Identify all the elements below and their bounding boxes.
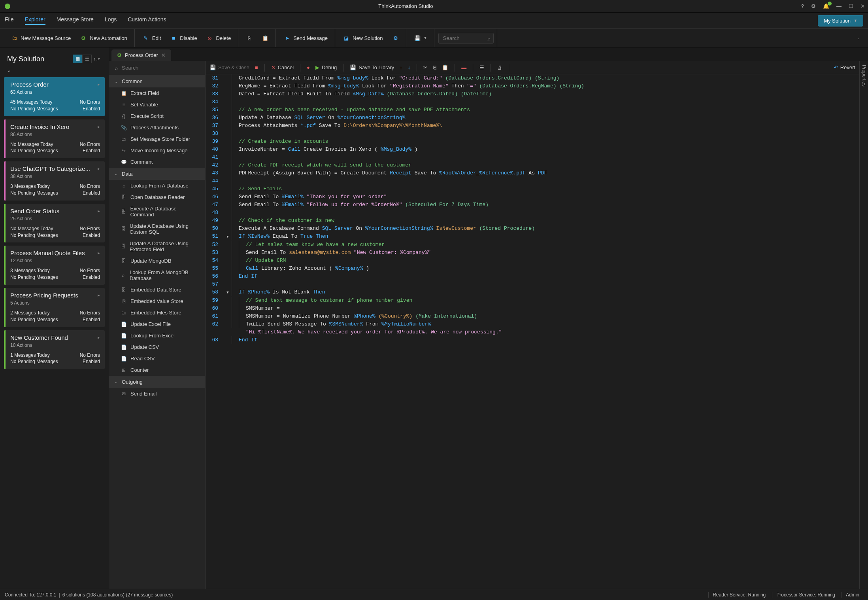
send-message-button[interactable]: ➤Send Message	[280, 32, 332, 44]
settings-icon[interactable]: ⚙	[811, 3, 816, 9]
code-line[interactable]: 62 Twilio Send SMS Message To %SMSNumber…	[206, 320, 859, 336]
code-line[interactable]: 56 End If	[206, 273, 859, 280]
code-line[interactable]: 53 Send Email To salesteam@mysite.com "N…	[206, 249, 859, 257]
code-line[interactable]: 58 ▼ If %Phone% Is Not Blank Then	[206, 288, 859, 297]
paste-button[interactable]: 📋	[442, 64, 448, 70]
automation-card[interactable]: Send Order Status 25 Actions No Messages…	[4, 204, 105, 243]
code-line[interactable]: 44	[206, 177, 859, 185]
code-line[interactable]: 48	[206, 209, 859, 217]
minimize-icon[interactable]: —	[836, 3, 842, 9]
toolbar-overflow-button[interactable]: ⌄	[853, 34, 864, 42]
discard-button[interactable]: ■	[255, 64, 258, 70]
menu-explorer[interactable]: Explorer	[25, 16, 45, 25]
solution-dropdown[interactable]: My Solution ▼	[818, 15, 863, 26]
action-item[interactable]: 📄Read CSV	[109, 353, 205, 364]
print-button[interactable]: 🖨	[497, 64, 502, 70]
code-line[interactable]: 52 // Let sales team know we have a new …	[206, 241, 859, 249]
code-line[interactable]: 33 Dated = Extract Field Built In Field …	[206, 90, 859, 98]
code-line[interactable]: 36 Update A Database SQL Server On %Your…	[206, 114, 859, 122]
automation-card[interactable]: Use ChatGPT To Categorize... 38 Actions …	[4, 161, 105, 201]
action-item[interactable]: 🗄Update MongoDB	[109, 255, 205, 267]
code-line[interactable]: 47 Send Email To %Email% "Follow up for …	[206, 201, 859, 209]
code-line[interactable]: 55 Call Library: Zoho Account ( %Company…	[206, 265, 859, 273]
record-button[interactable]: ●	[307, 64, 310, 70]
action-item[interactable]: ⌕Lookup From A Database	[109, 180, 205, 191]
code-line[interactable]: 34	[206, 98, 859, 106]
code-line[interactable]: 45 // Send Emails	[206, 185, 859, 193]
action-item[interactable]: 📄Update CSV	[109, 341, 205, 353]
view-list-button[interactable]: ☰	[82, 55, 92, 63]
code-line[interactable]: 59 // Send text message to customer if p…	[206, 297, 859, 305]
menu-file[interactable]: File	[5, 16, 14, 25]
code-line[interactable]: 39 // Create invoice in accounts	[206, 138, 859, 146]
action-item[interactable]: ✉Send Email	[109, 388, 205, 399]
action-item[interactable]: 🗄Execute A Database Command	[109, 203, 205, 220]
copy-button[interactable]: ⎘	[433, 64, 436, 70]
help-icon[interactable]: ?	[801, 3, 804, 9]
code-line[interactable]: 49 // Check if the customer is new	[206, 217, 859, 225]
action-item[interactable]: ⎘Embedded Value Store	[109, 295, 205, 307]
code-line[interactable]: 32 RegName = Extract Field From %msg_bod…	[206, 82, 859, 90]
action-item[interactable]: 🗄Open Database Reader	[109, 191, 205, 203]
action-category-common[interactable]: Common	[109, 75, 205, 87]
code-line[interactable]: 50 Execute A Database Command SQL Server…	[206, 225, 859, 233]
action-item[interactable]: ≡Set Variable	[109, 99, 205, 110]
menu-custom-actions[interactable]: Custom Actions	[128, 16, 166, 25]
action-category-outgoing[interactable]: Outgoing	[109, 376, 205, 388]
delete-button[interactable]: ⊘Delete	[203, 32, 235, 44]
code-line[interactable]: 35 // A new order has been received - up…	[206, 106, 859, 114]
code-line[interactable]: 41	[206, 153, 859, 161]
tab-process-order[interactable]: ⚙ Process Order ✕	[111, 49, 171, 61]
code-line[interactable]: 57	[206, 280, 859, 288]
save-library-button[interactable]: 💾Save To Library	[350, 64, 394, 70]
action-item[interactable]: 🗄Embedded Data Store	[109, 284, 205, 295]
disable-button[interactable]: ■Disable	[166, 32, 201, 44]
code-line[interactable]: 51 ▼ If %IsNew% Equal To True Then	[206, 233, 859, 241]
code-line[interactable]: 60 SMSNumber =	[206, 305, 859, 312]
menu-message-store[interactable]: Message Store	[57, 16, 94, 25]
automation-card[interactable]: Create Invoice In Xero 86 Actions No Mes…	[4, 119, 105, 159]
action-item[interactable]: 📄Lookup From Excel	[109, 330, 205, 341]
collapse-all-button[interactable]: ⌃	[3, 68, 106, 77]
properties-rail[interactable]: Properties	[859, 61, 868, 589]
format-button[interactable]: ☰	[479, 64, 484, 70]
code-line[interactable]: 63 End If	[206, 336, 859, 344]
code-line[interactable]: 37 Process Attachments *.pdf Save To D:\…	[206, 122, 859, 130]
paste-button[interactable]: 📋	[258, 32, 272, 44]
debug-button[interactable]: ▶Debug	[315, 64, 337, 70]
automation-card[interactable]: New Customer Found 10 Actions 1 Messages…	[4, 330, 105, 369]
cancel-button[interactable]: ✕Cancel	[271, 64, 294, 70]
action-item[interactable]: {}Execute Script	[109, 110, 205, 122]
action-category-data[interactable]: Data	[109, 168, 205, 180]
edit-button[interactable]: ✎Edit	[139, 32, 165, 44]
action-item[interactable]: 🗄Update A Database Using Custom SQL	[109, 220, 205, 238]
fold-gutter[interactable]: ▼	[224, 288, 232, 297]
sort-button[interactable]: ↑↓▾	[92, 55, 102, 63]
save-close-button[interactable]: 💾Save & Close	[209, 64, 249, 70]
action-item[interactable]: ⊞Counter	[109, 364, 205, 376]
maximize-icon[interactable]: ☐	[849, 3, 853, 9]
code-line[interactable]: 38	[206, 130, 859, 138]
notification-icon[interactable]: 🔔	[823, 3, 829, 9]
fold-gutter[interactable]: ▼	[224, 233, 232, 241]
action-item[interactable]: 🗂Set Message Store Folder	[109, 133, 205, 145]
code-body[interactable]: 31 CreditCard = Extract Field From %msg_…	[206, 74, 859, 589]
automation-card[interactable]: Process Order 63 Actions 45 Messages Tod…	[4, 77, 105, 116]
automation-card[interactable]: Process Manual Quote Files 12 Actions 3 …	[4, 246, 105, 285]
new-solution-button[interactable]: ◪New Solution	[339, 32, 387, 44]
code-line[interactable]: 40 InvoiceNumber = Call Create Invoice I…	[206, 146, 859, 153]
code-line[interactable]: 42 // Create PDF receipt which we will s…	[206, 161, 859, 169]
action-search-input[interactable]	[112, 63, 202, 72]
solution-settings-button[interactable]: ⚙	[389, 32, 403, 44]
action-item[interactable]: 📋Extract Field	[109, 87, 205, 99]
code-line[interactable]: 54 // Update CRM	[206, 257, 859, 265]
code-line[interactable]: 46 Send Email To %Email% "Thank you for …	[206, 193, 859, 201]
automation-card[interactable]: Process Pricing Requests 5 Actions 2 Mes…	[4, 288, 105, 327]
move-up-button[interactable]: ↑	[400, 64, 402, 70]
action-item[interactable]: ⌕Lookup From A MongoDB Database	[109, 267, 205, 284]
remove-button[interactable]: ▬	[461, 64, 466, 70]
close-icon[interactable]: ✕	[860, 3, 865, 9]
copy-button[interactable]: ⎘	[242, 32, 257, 44]
new-automation-button[interactable]: ⚙ New Automation	[76, 32, 131, 44]
save-dropdown[interactable]: 💾▼	[410, 32, 431, 44]
